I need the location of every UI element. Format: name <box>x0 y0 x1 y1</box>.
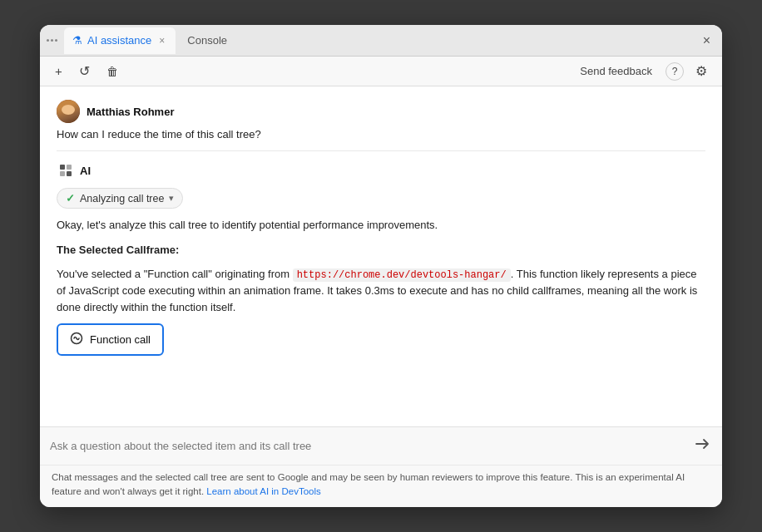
tab-bar: ⚗ AI assistance × Console × <box>40 25 722 57</box>
input-area: Chat messages and the selected call tree… <box>40 426 722 508</box>
check-icon: ✓ <box>66 192 75 204</box>
dot-3 <box>55 39 57 42</box>
analyzing-badge[interactable]: ✓ Analyzing call tree ▾ <box>57 188 183 209</box>
ai-intro: Okay, let's analyze this call tree to id… <box>57 217 705 234</box>
tab-ai-icon: ⚗ <box>72 34 82 47</box>
user-text: How can I reduce the time of this call t… <box>57 128 705 140</box>
devtools-panel: ⚗ AI assistance × Console × + ↺ 🗑 Send f… <box>40 25 722 507</box>
send-button[interactable] <box>692 434 712 458</box>
chat-content: Matthias Rohmer How can I reduce the tim… <box>40 86 722 426</box>
tab-ai-close[interactable]: × <box>156 34 167 47</box>
chat-input[interactable] <box>50 440 685 452</box>
function-call-icon <box>70 332 83 347</box>
ai-message: AI ✓ Analyzing call tree ▾ Okay, let's a… <box>57 161 705 356</box>
user-message: Matthias Rohmer How can I reduce the tim… <box>57 100 705 151</box>
disclaimer: Chat messages and the selected call tree… <box>40 466 722 508</box>
user-header: Matthias Rohmer <box>57 100 705 123</box>
tab-console-label: Console <box>187 34 227 47</box>
input-row <box>40 427 722 466</box>
history-button[interactable]: ↺ <box>74 61 95 81</box>
toolbar: + ↺ 🗑 Send feedback ? ⚙ <box>40 57 722 86</box>
ai-body: You've selected a "Function call" origin… <box>57 266 705 315</box>
disclaimer-link[interactable]: Learn about AI in DevTools <box>206 486 320 496</box>
settings-button[interactable]: ⚙ <box>690 61 712 81</box>
ai-header: AI <box>57 161 705 180</box>
tab-ai-assistance[interactable]: ⚗ AI assistance × <box>64 27 176 54</box>
svg-rect-3 <box>67 171 72 176</box>
disclaimer-text: Chat messages and the selected call tree… <box>52 472 685 496</box>
delete-button[interactable]: 🗑 <box>101 62 123 81</box>
avatar <box>57 100 80 123</box>
panel-close-button[interactable]: × <box>698 32 715 50</box>
tab-ai-label: AI assistance <box>87 34 151 47</box>
function-call-label: Function call <box>90 333 151 346</box>
function-call-card[interactable]: Function call <box>57 323 164 356</box>
tab-console[interactable]: Console <box>179 27 235 54</box>
add-button[interactable]: + <box>50 62 67 81</box>
ai-body-before: You've selected a "Function call" origin… <box>57 268 293 280</box>
chevron-down-icon: ▾ <box>169 193 174 204</box>
ai-section-title: The Selected Callframe: <box>57 242 705 259</box>
dot-2 <box>51 39 53 42</box>
svg-rect-2 <box>60 171 65 176</box>
ai-code-url: https://chrome.dev/devtools-hangar/ <box>293 268 511 282</box>
ai-icon <box>57 161 75 180</box>
svg-rect-1 <box>67 165 72 170</box>
dot-1 <box>47 39 49 42</box>
help-button[interactable]: ? <box>666 62 684 81</box>
ai-label: AI <box>80 165 91 177</box>
svg-rect-0 <box>60 165 65 170</box>
analyzing-text: Analyzing call tree <box>80 193 164 204</box>
send-feedback-button[interactable]: Send feedback <box>573 62 659 80</box>
user-name: Matthias Rohmer <box>87 106 174 118</box>
panel-dots <box>47 39 57 42</box>
